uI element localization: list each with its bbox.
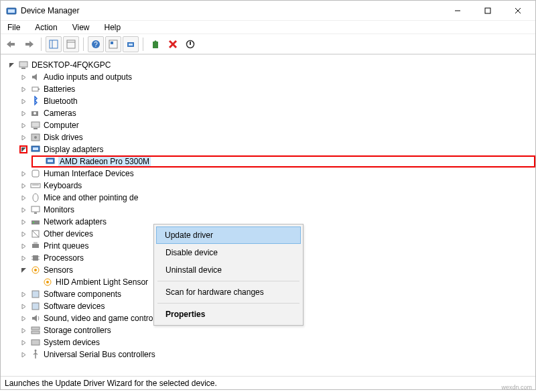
chevron-right-icon[interactable] xyxy=(19,302,27,310)
chevron-right-icon[interactable] xyxy=(19,85,27,93)
chevron-right-icon[interactable] xyxy=(19,290,27,298)
disable-button[interactable] xyxy=(182,36,198,52)
device-category-icon xyxy=(30,289,41,300)
properties-button[interactable] xyxy=(63,36,79,52)
category-label: Other devices xyxy=(44,229,93,239)
svg-rect-41 xyxy=(34,212,37,214)
chevron-right-icon[interactable] xyxy=(19,338,27,346)
category-node[interactable]: Computer xyxy=(19,119,535,131)
svg-rect-37 xyxy=(31,184,40,188)
chevron-right-icon[interactable] xyxy=(19,230,27,238)
chevron-right-icon[interactable] xyxy=(19,170,27,178)
svg-text:?: ? xyxy=(94,41,98,48)
chevron-down-icon[interactable] xyxy=(19,145,27,153)
svg-rect-28 xyxy=(31,122,40,127)
chevron-right-icon[interactable] xyxy=(19,218,27,226)
category-node[interactable]: Disk drives xyxy=(19,131,535,143)
device-category-icon xyxy=(30,84,41,94)
ctx-update-driver[interactable]: Update driver xyxy=(156,226,301,244)
toolbar-separator xyxy=(41,38,42,51)
ctx-disable-device[interactable]: Disable device xyxy=(156,244,301,261)
ctx-separator xyxy=(157,281,299,281)
category-label: Human Interface Devices xyxy=(44,169,134,178)
category-label: System devices xyxy=(44,338,100,347)
ctx-scan-hardware[interactable]: Scan for hardware changes xyxy=(156,283,301,301)
minimize-button[interactable] xyxy=(442,1,472,20)
show-hide-tree-button[interactable] xyxy=(46,36,62,52)
category-node[interactable]: Keyboards xyxy=(19,180,535,192)
category-node[interactable]: Batteries xyxy=(19,83,535,95)
svg-rect-61 xyxy=(31,340,40,345)
device-category-icon xyxy=(30,144,41,155)
device-node-selected[interactable]: AMD Radeon Pro 5300M xyxy=(31,155,535,168)
category-node[interactable]: Human Interface Devices xyxy=(19,168,535,180)
back-button[interactable] xyxy=(3,36,19,52)
ctx-properties[interactable]: Properties xyxy=(156,306,301,323)
computer-icon xyxy=(18,60,29,70)
close-button[interactable] xyxy=(503,1,533,20)
category-node[interactable]: Monitors xyxy=(19,204,535,216)
category-node[interactable]: Display adapters xyxy=(19,143,535,155)
category-label: Display adapters xyxy=(44,145,103,154)
category-node[interactable]: Storage controllers xyxy=(19,324,535,336)
chevron-down-icon[interactable] xyxy=(7,61,15,69)
category-label: Mice and other pointing de xyxy=(44,193,138,202)
chevron-right-icon[interactable] xyxy=(19,194,27,202)
chevron-right-icon[interactable] xyxy=(19,254,27,262)
chevron-right-icon[interactable] xyxy=(19,182,27,190)
device-category-icon xyxy=(30,301,41,312)
svg-rect-6 xyxy=(11,43,15,46)
chevron-right-icon[interactable] xyxy=(19,350,27,358)
toolbar-separator xyxy=(143,38,143,51)
update-driver-button[interactable] xyxy=(147,36,163,52)
category-node[interactable]: Audio inputs and outputs xyxy=(19,71,535,83)
chevron-right-icon[interactable] xyxy=(19,314,27,322)
svg-point-56 xyxy=(46,281,49,283)
category-label: Cameras xyxy=(44,109,76,118)
svg-rect-42 xyxy=(31,220,40,224)
root-node[interactable]: DESKTOP-4FQKGPC xyxy=(7,59,535,71)
chevron-right-icon[interactable] xyxy=(19,206,27,214)
category-node[interactable]: Mice and other pointing de xyxy=(19,192,535,204)
scan-hardware-button[interactable] xyxy=(123,36,139,52)
menu-action[interactable]: Action xyxy=(32,22,60,33)
chevron-down-icon[interactable] xyxy=(19,266,27,274)
menu-view[interactable]: View xyxy=(70,22,92,33)
forward-button[interactable] xyxy=(21,36,37,52)
context-menu: Update driver Disable device Uninstall d… xyxy=(153,224,304,326)
svg-rect-47 xyxy=(34,242,38,244)
help-button[interactable]: ? xyxy=(88,36,104,52)
category-node[interactable]: Universal Serial Bus controllers xyxy=(19,348,535,361)
chevron-right-icon[interactable] xyxy=(19,326,27,334)
category-label: Monitors xyxy=(44,205,74,214)
category-label: Storage controllers xyxy=(44,326,111,335)
menu-help[interactable]: Help xyxy=(102,22,124,33)
category-node[interactable]: Cameras xyxy=(19,107,535,119)
category-node[interactable]: Bluetooth xyxy=(19,95,535,107)
svg-rect-57 xyxy=(32,291,39,298)
device-label: HID Ambient Light Sensor xyxy=(56,277,148,287)
device-category-icon xyxy=(30,132,41,143)
device-category-icon xyxy=(30,228,41,239)
chevron-right-icon[interactable] xyxy=(19,73,27,81)
uninstall-button[interactable] xyxy=(165,36,181,52)
chevron-right-icon[interactable] xyxy=(19,242,27,250)
device-category-icon xyxy=(30,265,41,275)
svg-point-54 xyxy=(34,269,37,271)
chevron-right-icon[interactable] xyxy=(19,133,27,141)
chevron-right-icon[interactable] xyxy=(19,121,27,129)
svg-rect-1 xyxy=(8,9,15,13)
toolbar-separator xyxy=(83,38,84,51)
category-node[interactable]: System devices xyxy=(19,336,535,348)
chevron-right-icon[interactable] xyxy=(19,109,27,117)
action-button-1[interactable] xyxy=(105,36,121,52)
maximize-button[interactable] xyxy=(472,1,503,20)
svg-rect-29 xyxy=(34,128,38,129)
device-tree-pane[interactable]: DESKTOP-4FQKGPC Audio inputs and outputs… xyxy=(1,54,535,376)
root-label: DESKTOP-4FQKGPC xyxy=(31,60,111,70)
menubar: File Action View Help xyxy=(1,21,535,34)
svg-rect-40 xyxy=(31,206,40,212)
chevron-right-icon[interactable] xyxy=(19,97,27,105)
menu-file[interactable]: File xyxy=(5,22,23,33)
ctx-uninstall-device[interactable]: Uninstall device xyxy=(156,261,301,279)
